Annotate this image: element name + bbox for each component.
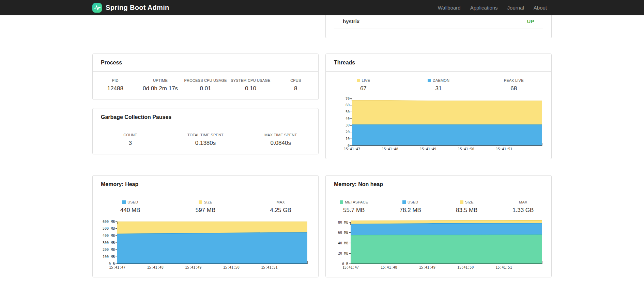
svg-text:15:41:51: 15:41:51 xyxy=(261,265,277,269)
nav-about[interactable]: About xyxy=(529,5,552,11)
health-item-name: hystrix xyxy=(343,18,359,24)
process-panel: Process PID 12488 UPTIME 0d 0h 2m 17s PR… xyxy=(92,54,319,100)
svg-text:70: 70 xyxy=(346,97,350,101)
gc-panel: Garbage Collection Pauses COUNT 3 TOTAL … xyxy=(92,108,319,154)
metric-threads-daemon: DAEMON 31 xyxy=(401,78,476,92)
metric-metaspace: METASPACE 55.7 MB xyxy=(326,200,382,214)
threads-panel: Threads LIVE 67 xyxy=(325,54,552,159)
metaspace-swatch-icon xyxy=(340,200,343,204)
memory-nonheap-legend: METASPACE 55.7 MB USED 78.2 MB xyxy=(326,200,551,214)
metric-cpus: CPUS 8 xyxy=(273,78,318,92)
metric-uptime: UPTIME 0d 0h 2m 17s xyxy=(138,78,183,92)
nonheap-used-swatch-icon xyxy=(402,200,406,204)
metric-gc-max: MAX TIME SPENT 0.0840s xyxy=(243,133,318,147)
memory-heap-panel: Memory: Heap USED 440 MB xyxy=(92,175,319,277)
svg-text:40 MB: 40 MB xyxy=(338,241,348,245)
nav-wallboard[interactable]: Wallboard xyxy=(433,5,465,11)
memory-heap-legend: USED 440 MB SIZE 597 MB MAX xyxy=(93,200,318,214)
metric-heap-max: MAX 4.25 GB xyxy=(243,200,318,214)
metric-pid: PID 12488 xyxy=(93,78,138,92)
svg-text:0 B: 0 B xyxy=(109,262,115,266)
svg-text:60: 60 xyxy=(346,103,350,107)
svg-text:20: 20 xyxy=(346,130,350,134)
svg-text:60 MB: 60 MB xyxy=(338,231,348,234)
metric-heap-used: USED 440 MB xyxy=(93,200,168,214)
brand[interactable]: Spring Boot Admin xyxy=(92,3,169,13)
svg-text:15:41:50: 15:41:50 xyxy=(223,265,240,269)
svg-text:300 MB: 300 MB xyxy=(103,241,115,245)
brand-title: Spring Boot Admin xyxy=(106,4,169,12)
threads-chart: 70605040302010015:41:4715:41:4815:41:491… xyxy=(344,97,544,151)
svg-text:40: 40 xyxy=(346,117,350,121)
svg-text:10: 10 xyxy=(346,137,350,141)
daemon-swatch-icon xyxy=(428,79,431,82)
svg-text:15:41:49: 15:41:49 xyxy=(419,265,435,269)
svg-text:20 MB: 20 MB xyxy=(338,252,348,255)
live-swatch-icon xyxy=(357,79,360,82)
threads-legend: LIVE 67 DAEMON 31 PEAK LIVE xyxy=(326,78,551,92)
svg-text:15:41:49: 15:41:49 xyxy=(420,147,436,151)
metric-nonheap-max: MAX 1.33 GB xyxy=(495,200,552,214)
svg-text:100 MB: 100 MB xyxy=(103,255,115,259)
svg-text:15:41:48: 15:41:48 xyxy=(147,265,164,269)
svg-text:0 B: 0 B xyxy=(342,262,348,266)
metric-nonheap-used: USED 78.2 MB xyxy=(382,200,439,214)
metric-threads-live: LIVE 67 xyxy=(326,78,401,92)
svg-text:600 MB: 600 MB xyxy=(103,220,115,224)
memory-heap-title: Memory: Heap xyxy=(93,176,318,193)
svg-text:15:41:51: 15:41:51 xyxy=(496,147,512,151)
svg-text:15:41:48: 15:41:48 xyxy=(381,265,397,269)
app-logo-icon xyxy=(92,3,102,13)
nonheap-size-swatch-icon xyxy=(460,200,463,204)
threads-panel-title: Threads xyxy=(326,54,551,72)
svg-text:15:41:50: 15:41:50 xyxy=(457,265,474,269)
metric-nonheap-size: SIZE 83.5 MB xyxy=(439,200,495,214)
metric-process-cpu: PROCESS CPU USAGE 0.01 xyxy=(183,78,228,92)
nav-journal[interactable]: Journal xyxy=(503,5,529,11)
metric-threads-peak: PEAK LIVE 68 xyxy=(476,78,551,92)
metric-gc-count: COUNT 3 xyxy=(93,133,168,147)
metric-gc-total: TOTAL TIME SPENT 0.1380s xyxy=(168,133,243,147)
svg-text:15:41:48: 15:41:48 xyxy=(382,147,398,151)
status-badge: UP xyxy=(527,18,534,24)
svg-text:50: 50 xyxy=(346,110,350,114)
memory-nonheap-title: Memory: Non heap xyxy=(326,176,551,193)
main-content: hystrix UP Process PID 12488 UPTIME xyxy=(92,15,552,277)
metric-system-cpu: SYSTEM CPU USAGE 0.10 xyxy=(228,78,273,92)
gc-panel-title: Garbage Collection Pauses xyxy=(93,108,318,126)
metric-heap-size: SIZE 597 MB xyxy=(168,200,243,214)
svg-text:15:41:47: 15:41:47 xyxy=(344,147,360,151)
process-panel-title: Process xyxy=(93,54,318,72)
svg-text:30: 30 xyxy=(346,123,350,127)
svg-text:80 MB: 80 MB xyxy=(338,221,348,224)
navbar: Spring Boot Admin Wallboard Applications… xyxy=(0,0,644,15)
gc-metrics: COUNT 3 TOTAL TIME SPENT 0.1380s MAX TIM… xyxy=(93,133,318,147)
svg-text:15:41:49: 15:41:49 xyxy=(185,265,201,269)
memory-nonheap-panel: Memory: Non heap METASPACE 55.7 MB xyxy=(325,175,552,277)
svg-text:15:41:47: 15:41:47 xyxy=(109,265,125,269)
nav-applications[interactable]: Applications xyxy=(465,5,503,11)
svg-text:200 MB: 200 MB xyxy=(103,248,115,252)
svg-text:15:41:50: 15:41:50 xyxy=(458,147,474,151)
svg-text:0: 0 xyxy=(348,144,350,148)
health-row-hystrix: hystrix UP xyxy=(334,15,543,29)
memory-nonheap-chart: 80 MB60 MB40 MB20 MB0 B15:41:4715:41:481… xyxy=(337,219,544,270)
svg-text:15:41:51: 15:41:51 xyxy=(496,265,512,269)
svg-text:500 MB: 500 MB xyxy=(103,227,115,230)
svg-text:400 MB: 400 MB xyxy=(103,234,115,238)
process-metrics: PID 12488 UPTIME 0d 0h 2m 17s PROCESS CP… xyxy=(93,78,318,92)
memory-heap-chart: 600 MB500 MB400 MB300 MB200 MB100 MB0 B1… xyxy=(101,219,309,270)
svg-text:15:41:47: 15:41:47 xyxy=(342,265,359,269)
health-panel: hystrix UP xyxy=(325,15,552,38)
heap-size-swatch-icon xyxy=(199,200,202,204)
heap-used-swatch-icon xyxy=(122,200,126,204)
main-nav: Wallboard Applications Journal About xyxy=(433,5,552,11)
